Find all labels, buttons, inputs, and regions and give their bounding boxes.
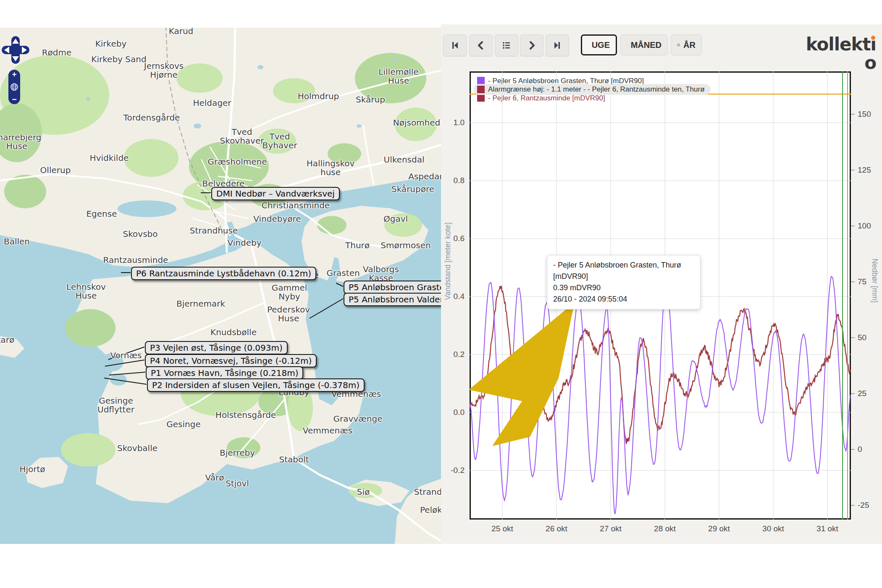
- list-view-button[interactable]: [495, 34, 518, 56]
- step-back-button[interactable]: [469, 34, 493, 56]
- period-week-button[interactable]: UGE: [581, 34, 617, 55]
- y-left-tick-label: -0.2: [438, 466, 465, 475]
- map-zoom-control[interactable]: + −: [8, 70, 20, 104]
- period-week-label: UGE: [592, 40, 610, 50]
- clock-icon: [677, 41, 680, 49]
- chart-tooltip: - Pejler 5 Anløbsbroen Grasten, Thurø [m…: [547, 255, 701, 310]
- map-panel[interactable]: RødmegydenKarudKirkebyRødmeKirkeby SandJ…: [0, 28, 441, 544]
- y-right-tick-label: 125: [858, 165, 882, 175]
- station-label-pill[interactable]: P4 Noret, Vornæsvej, Tåsinge (-0.12m): [145, 354, 317, 368]
- x-axis-date-label: 25 okt: [483, 524, 521, 533]
- period-month-button[interactable]: MÅNED: [620, 34, 668, 55]
- zoom-out-button[interactable]: −: [12, 96, 16, 103]
- kollektio-logo: kollektıo: [806, 35, 876, 54]
- map-pan-control[interactable]: [1, 35, 30, 65]
- y-right-tick-label: -25: [858, 501, 882, 510]
- y-left-tick-label: 1.0: [438, 118, 465, 127]
- x-axis-date-label: 28 okt: [646, 524, 684, 533]
- skip-to-end-icon: [552, 40, 562, 50]
- tooltip-series-title: - Pejler 5 Anløbsbroen Grasten, Thurø [m…: [553, 260, 694, 282]
- y-left-tick-label: 0.2: [438, 350, 465, 359]
- tooltip-timestamp: 26/10 - 2024 09:55:04: [553, 294, 694, 305]
- y-right-tick-label: 75: [858, 277, 882, 286]
- x-axis-date-label: 30 okt: [754, 524, 792, 533]
- x-axis-date-label: 27 okt: [592, 524, 630, 533]
- station-label-pill[interactable]: P2 Indersiden af slusen Vejlen, Tåsinge …: [147, 378, 365, 392]
- legend-swatch-pejler6[interactable]: [477, 94, 485, 102]
- skip-to-start-button[interactable]: [443, 34, 467, 56]
- skip-to-end-button[interactable]: [546, 34, 569, 56]
- tooltip-value: 0.39 mDVR90: [553, 282, 694, 294]
- x-axis-date-label: 31 okt: [808, 524, 846, 533]
- legend-swatch-pejler5[interactable]: [477, 77, 485, 84]
- y-right-tick-label: 25: [858, 389, 882, 398]
- station-label-pill[interactable]: P3 Vejlen øst, Tåsinge (0.093m): [145, 341, 288, 354]
- station-label-pill[interactable]: P5 Anløbsbroen Valdemarslot (0.3m): [344, 293, 441, 306]
- station-label-pill[interactable]: P6 Rantzausminde Lystbådehavn (0.12m): [131, 267, 316, 280]
- skip-to-start-icon: [450, 40, 460, 50]
- legend-pill-text: Alarmgrænse høj: - 1.1 meter - - Pejler …: [488, 85, 705, 94]
- period-year-label: ÅR: [683, 40, 696, 50]
- y-right-tick-label: 50: [858, 333, 882, 342]
- clock-icon: [588, 41, 588, 49]
- period-month-label: MÅNED: [631, 40, 662, 50]
- chevron-left-icon: [476, 40, 486, 50]
- station-label-pill[interactable]: P1 Vornæs Havn, Tåsinge (0.218m): [146, 366, 303, 380]
- legend-hover-pill: Alarmgrænse høj: - 1.1 meter - - Pejler …: [474, 84, 711, 95]
- station-label-pill[interactable]: DMI Nedbør – Vandværksvej: [211, 187, 340, 200]
- x-axis-date-label: 26 okt: [538, 524, 575, 533]
- y-left-tick-label: 0.8: [438, 176, 465, 185]
- chevron-right-icon: [527, 40, 537, 50]
- globe-icon[interactable]: [10, 83, 18, 91]
- period-year-button[interactable]: ÅR: [671, 34, 702, 55]
- y-left-tick-label: 0.6: [438, 234, 465, 243]
- y-right-tick-label: 100: [858, 221, 882, 231]
- legend-pill-swatch: [477, 86, 485, 93]
- y-right-tick-label: 0: [858, 445, 882, 454]
- step-forward-button[interactable]: [520, 34, 543, 56]
- x-axis-date-label: 29 okt: [700, 524, 738, 533]
- zoom-in-button[interactable]: +: [12, 71, 16, 78]
- clock-icon: [627, 41, 627, 49]
- logo-i-orange-dot: ı: [871, 35, 876, 54]
- y-right-tick-label: 150: [858, 110, 882, 119]
- legend-label-pejler6[interactable]: - Pejler 6, Rantzausminde [mDVR90]: [488, 94, 605, 102]
- y-left-tick-label: 0.4: [438, 292, 465, 301]
- list-icon: [501, 40, 512, 50]
- app-window: RødmegydenKarudKirkebyRødmeKirkeby SandJ…: [0, 0, 882, 588]
- station-label-pill[interactable]: P5 Anløbsbroen Grasten, Thurø (0.39m): [344, 281, 441, 294]
- y-left-tick-label: 0.0: [438, 408, 465, 417]
